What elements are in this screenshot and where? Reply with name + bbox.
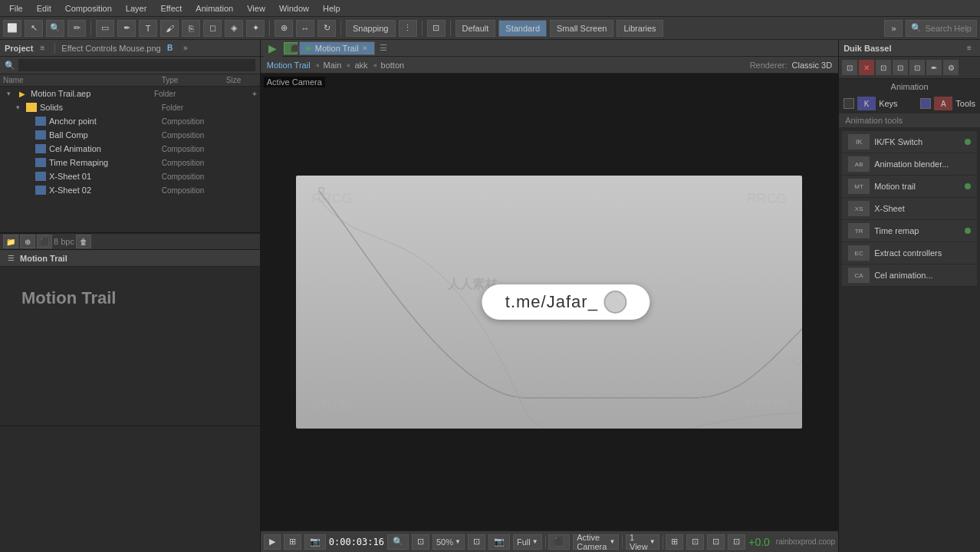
duik-anim-icon[interactable]: A — [934, 97, 952, 110]
file-type-5: Composition — [162, 159, 223, 167]
file-type-2: Composition — [162, 117, 223, 126]
small-screen-btn[interactable]: Small Screen — [550, 20, 613, 37]
file-item-0[interactable]: ▾ ▶ Motion Trail.aep Folder + — [0, 87, 260, 100]
tool-rect[interactable]: ▭ — [96, 20, 114, 37]
duik-tool-anim-blend[interactable]: AB Animation blender... — [842, 153, 977, 176]
active-camera-label: Active Camera — [264, 77, 325, 87]
duik-tool-time-remap[interactable]: TR Time remap — [842, 220, 977, 242]
vbar-grid[interactable]: ⊞ — [284, 534, 301, 550]
vbar-render[interactable]: ⊡ — [707, 534, 725, 550]
tool-roto[interactable]: ◈ — [225, 20, 243, 37]
menu-animation[interactable]: Animation — [189, 2, 239, 15]
vbar-grid2[interactable]: ⊞ — [666, 534, 683, 550]
project-search-input[interactable] — [18, 59, 255, 71]
tool-anchor[interactable]: ⊕ — [275, 20, 293, 37]
file-item-7[interactable]: ▾ X-Sheet 02 Composition — [0, 183, 260, 197]
vbar-zoom[interactable]: 50% ▼ — [432, 534, 465, 550]
vbar-3d[interactable]: ⊡ — [728, 534, 745, 550]
tool-arrow[interactable]: ↖ — [25, 20, 43, 37]
project-panel-chevron[interactable]: » — [179, 42, 192, 54]
proj-new-comp[interactable]: ⬛ — [37, 235, 52, 248]
tool-paint[interactable]: 🖌 — [160, 20, 179, 37]
file-item-4[interactable]: ▾ Cel Animation Composition — [0, 142, 260, 156]
duik-tool-xsheet[interactable]: XS X-Sheet — [842, 198, 977, 220]
tool-pen[interactable]: ✒ — [117, 20, 136, 37]
duik-icon-5[interactable]: ⊡ — [909, 60, 925, 75]
file-name-4: Cel Animation — [49, 144, 159, 153]
duik-tool-cel[interactable]: CA Cel animation... — [842, 264, 977, 287]
tool-camera-sync[interactable]: ⊡ — [427, 20, 446, 37]
menu-effect[interactable]: Effect — [154, 2, 188, 15]
menu-help[interactable]: Help — [317, 2, 347, 15]
duik-tool-ikfk-dot — [965, 139, 971, 145]
expand-toolbar[interactable]: » — [884, 20, 903, 37]
breadcrumb-botton[interactable]: botton — [381, 61, 405, 70]
vbar-view-count[interactable]: 1 View ▼ — [626, 534, 659, 550]
duik-icon-3[interactable]: ⊡ — [876, 60, 891, 75]
comp-tab-motion-trail[interactable]: ▶ Motion Trail ✕ — [299, 41, 375, 55]
standard-btn[interactable]: Standard — [498, 20, 547, 37]
snapping-btn[interactable]: Snapping — [346, 20, 396, 37]
add-item-btn[interactable]: + — [252, 90, 257, 98]
duik-menu[interactable]: ≡ — [963, 42, 975, 54]
duik-icon-1[interactable]: ⊡ — [842, 60, 857, 75]
comp-tab-close[interactable]: ✕ — [362, 44, 368, 52]
file-item-3[interactable]: ▾ Ball Comp Composition — [0, 128, 260, 142]
file-item-2[interactable]: ▾ Anchor point Composition — [0, 114, 260, 128]
vbar-snap[interactable]: ⊡ — [412, 534, 429, 550]
vbar-overlay[interactable]: ⊡ — [686, 534, 704, 550]
vbar-search[interactable]: 🔍 — [387, 534, 409, 550]
menu-composition[interactable]: Composition — [59, 2, 118, 15]
vbar-cam[interactable]: 📷 — [304, 534, 326, 550]
breadcrumb-motion-trail[interactable]: Motion Trail — [267, 61, 311, 70]
main-layout: Project ≡ Effect Controls Mouse.png B » … — [0, 40, 980, 552]
menu-window[interactable]: Window — [273, 2, 315, 15]
snap-icon[interactable]: ⋮ — [399, 20, 417, 37]
duik-icon-settings[interactable]: ⚙ — [943, 60, 959, 75]
menu-edit[interactable]: Edit — [31, 2, 58, 15]
project-panel-expand[interactable]: ≡ — [36, 42, 48, 54]
tool-eraser[interactable]: ◻ — [203, 20, 222, 37]
file-item-1[interactable]: ▾ Solids Folder — [0, 100, 260, 114]
tool-puppet[interactable]: ✦ — [246, 20, 265, 37]
vbar-fit[interactable]: ⊡ — [468, 534, 485, 550]
proj-import[interactable]: ⊕ — [20, 235, 35, 248]
file-item-6[interactable]: ▾ X-Sheet 01 Composition — [0, 169, 260, 183]
effect-panel-chevron[interactable]: ☰ — [5, 252, 17, 264]
menu-view[interactable]: View — [241, 2, 271, 15]
tool-select[interactable]: ⬜ — [3, 20, 21, 37]
proj-new-folder[interactable]: 📁 — [3, 235, 18, 248]
menu-layer[interactable]: Layer — [120, 2, 153, 15]
duik-keys-icon[interactable]: K — [857, 97, 876, 110]
tool-clone[interactable]: ⎘ — [182, 20, 200, 37]
proj-delete[interactable]: 🗑 — [76, 235, 91, 248]
duik-anim-check[interactable] — [920, 98, 931, 109]
tool-pos[interactable]: ↔ — [296, 20, 314, 37]
comp-icon-7 — [35, 185, 46, 196]
duik-icon-4[interactable]: ⊡ — [893, 60, 908, 75]
vbar-camera-view[interactable]: Active Camera ▼ — [573, 534, 619, 550]
file-name-3: Ball Comp — [49, 130, 159, 140]
vbar-toggle[interactable]: ⬛ — [548, 534, 570, 550]
libraries-btn[interactable]: Libraries — [617, 20, 663, 37]
default-btn[interactable]: Default — [455, 20, 496, 37]
vbar-preview[interactable]: ▶ — [264, 534, 281, 550]
vbar-quality[interactable]: Full ▼ — [513, 534, 542, 550]
menu-file[interactable]: File — [3, 2, 29, 15]
tool-rot[interactable]: ↻ — [317, 20, 336, 37]
breadcrumb-main[interactable]: Main — [324, 61, 342, 70]
duik-icon-pen[interactable]: ✒ — [926, 60, 942, 75]
tool-text[interactable]: T — [139, 20, 157, 37]
vbar-snapshot[interactable]: 📷 — [488, 534, 510, 550]
duik-keys-check[interactable] — [844, 98, 854, 109]
tool-brush[interactable]: ✏ — [67, 20, 86, 37]
duik-tool-extract[interactable]: EC Extract controllers — [842, 242, 977, 264]
tool-search[interactable]: 🔍 — [46, 20, 64, 37]
duik-icon-close[interactable]: ✕ — [859, 60, 874, 75]
file-item-5[interactable]: ▾ Time Remaping Composition — [0, 156, 260, 169]
breadcrumb-akk[interactable]: akk — [354, 61, 367, 70]
duik-tool-ikfk[interactable]: IK IK/FK Switch — [842, 131, 977, 153]
viewport-bar: ▶ ⊞ 📷 0:00:03:16 🔍 ⊡ 50% ▼ ⊡ 📷 Full ▼ ⬛ … — [261, 531, 838, 552]
duik-tool-motion-trail[interactable]: MT Motion trail — [842, 176, 977, 198]
effect-b-btn[interactable]: B — [164, 42, 176, 54]
